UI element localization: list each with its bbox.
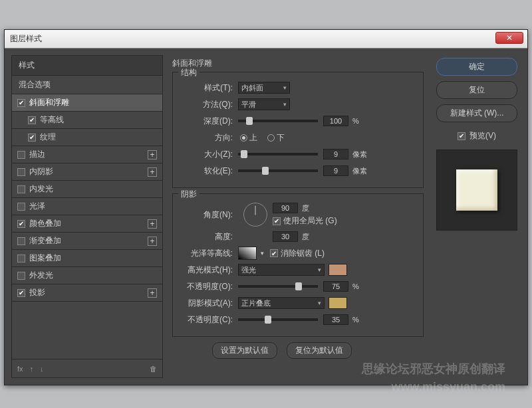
chevron-down-icon: ▾ bbox=[261, 250, 264, 256]
gloss-contour-picker[interactable]: ▾ bbox=[238, 247, 257, 260]
style-checkbox[interactable] bbox=[28, 134, 36, 142]
ok-button[interactable]: 确定 bbox=[436, 58, 517, 76]
style-item-0[interactable]: 斜面和浮雕 bbox=[12, 94, 162, 112]
depth-slider[interactable] bbox=[238, 120, 318, 122]
style-checkbox[interactable] bbox=[17, 237, 25, 245]
chevron-down-icon: ▾ bbox=[283, 84, 287, 91]
style-item-10[interactable]: 外发光 bbox=[12, 267, 162, 284]
style-item-label: 等高线 bbox=[40, 114, 64, 126]
blending-options[interactable]: 混合选项 bbox=[12, 76, 162, 94]
style-item-5[interactable]: 内发光 bbox=[12, 181, 162, 198]
angle-label: 角度(N): bbox=[180, 209, 233, 221]
layer-style-dialog: 图层样式 ✕ 样式 混合选项 斜面和浮雕等高线纹理描边+内阴影+内发光光泽颜色叠… bbox=[4, 29, 528, 385]
direction-up-radio[interactable] bbox=[240, 134, 247, 142]
style-item-label: 渐变叠加 bbox=[29, 235, 61, 247]
style-checkbox[interactable] bbox=[17, 289, 25, 297]
soften-input[interactable] bbox=[323, 165, 348, 176]
soften-slider[interactable] bbox=[238, 169, 318, 172]
add-effect-icon[interactable]: + bbox=[148, 167, 157, 177]
soften-label: 软化(E): bbox=[180, 165, 233, 177]
group-title: 斜面和浮雕 bbox=[172, 58, 424, 69]
style-list: 斜面和浮雕等高线纹理描边+内阴影+内发光光泽颜色叠加+渐变叠加+图案叠加外发光投… bbox=[12, 94, 162, 359]
depth-unit: % bbox=[352, 117, 359, 125]
size-input[interactable] bbox=[323, 149, 348, 159]
preview-checkbox[interactable] bbox=[458, 132, 466, 140]
highlight-mode-select[interactable]: 强光▾ bbox=[238, 264, 325, 276]
style-item-label: 图案叠加 bbox=[29, 253, 61, 264]
style-checkbox[interactable] bbox=[17, 203, 25, 211]
style-checkbox[interactable] bbox=[17, 272, 25, 280]
close-button[interactable]: ✕ bbox=[495, 32, 523, 44]
shadow-opacity-slider[interactable] bbox=[238, 318, 318, 321]
global-light-checkbox[interactable]: ✔ bbox=[273, 217, 281, 225]
direction-down-radio[interactable] bbox=[267, 134, 275, 142]
style-item-4[interactable]: 内阴影+ bbox=[12, 163, 162, 181]
preview-box bbox=[436, 150, 517, 231]
style-item-label: 颜色叠加 bbox=[29, 218, 61, 229]
angle-dial[interactable] bbox=[243, 203, 267, 227]
technique-select[interactable]: 平滑▾ bbox=[238, 98, 290, 110]
make-default-button[interactable]: 设置为默认值 bbox=[212, 342, 277, 359]
style-item-7[interactable]: 颜色叠加+ bbox=[12, 215, 162, 233]
fx-icon[interactable]: fx bbox=[17, 365, 23, 373]
style-item-label: 光泽 bbox=[29, 201, 45, 212]
style-item-8[interactable]: 渐变叠加+ bbox=[12, 233, 162, 250]
depth-input[interactable] bbox=[323, 116, 348, 126]
style-item-label: 内发光 bbox=[29, 183, 53, 195]
size-label: 大小(Z): bbox=[180, 149, 233, 160]
highlight-color-swatch[interactable] bbox=[329, 264, 347, 276]
dialog-title: 图层样式 bbox=[10, 33, 42, 45]
soften-unit: 像素 bbox=[352, 166, 367, 176]
structure-group: 结构 样式(T): 内斜面▾ 方法(Q): 平滑▾ 深度(D): % 方向: bbox=[172, 72, 424, 188]
add-effect-icon[interactable]: + bbox=[148, 150, 157, 159]
highlight-mode-label: 高光模式(H): bbox=[180, 264, 233, 276]
style-checkbox[interactable] bbox=[17, 168, 25, 176]
structure-legend: 结构 bbox=[178, 67, 200, 78]
highlight-opacity-input[interactable] bbox=[323, 281, 348, 292]
arrow-up-icon[interactable]: ↑ bbox=[30, 365, 34, 373]
chevron-down-icon: ▾ bbox=[318, 300, 321, 306]
style-item-2[interactable]: 纹理 bbox=[12, 129, 162, 146]
add-effect-icon[interactable]: + bbox=[148, 237, 157, 246]
antialias-checkbox[interactable]: ✔ bbox=[270, 249, 278, 257]
right-panel: 确定 复位 新建样式 (W)... 预览(V) bbox=[433, 55, 521, 378]
arrow-down-icon[interactable]: ↓ bbox=[40, 365, 44, 373]
styles-footer: fx ↑ ↓ 🗑 bbox=[12, 359, 162, 377]
style-select[interactable]: 内斜面▾ bbox=[238, 82, 290, 94]
style-checkbox[interactable] bbox=[17, 220, 25, 228]
angle-input[interactable] bbox=[273, 203, 298, 213]
direction-label: 方向: bbox=[180, 132, 233, 144]
shadow-opacity-input[interactable] bbox=[323, 314, 348, 325]
shadow-color-swatch[interactable] bbox=[329, 297, 347, 309]
style-item-1[interactable]: 等高线 bbox=[12, 112, 162, 129]
style-checkbox[interactable] bbox=[17, 255, 25, 262]
style-item-9[interactable]: 图案叠加 bbox=[12, 250, 162, 267]
add-effect-icon[interactable]: + bbox=[148, 288, 157, 298]
shading-legend: 阴影 bbox=[178, 189, 200, 200]
trash-icon[interactable]: 🗑 bbox=[150, 365, 157, 373]
style-item-3[interactable]: 描边+ bbox=[12, 146, 162, 163]
style-checkbox[interactable] bbox=[28, 116, 36, 124]
settings-panel: 斜面和浮雕 结构 样式(T): 内斜面▾ 方法(Q): 平滑▾ 深度(D): % bbox=[170, 55, 426, 378]
altitude-input[interactable] bbox=[273, 231, 298, 242]
shadow-mode-label: 阴影模式(A): bbox=[180, 298, 233, 309]
new-style-button[interactable]: 新建样式 (W)... bbox=[436, 104, 517, 122]
style-item-label: 纹理 bbox=[40, 132, 56, 143]
style-checkbox[interactable] bbox=[17, 151, 25, 159]
add-effect-icon[interactable]: + bbox=[148, 219, 157, 229]
size-slider[interactable] bbox=[238, 153, 318, 155]
titlebar[interactable]: 图层样式 ✕ bbox=[5, 30, 527, 49]
styles-panel: 样式 混合选项 斜面和浮雕等高线纹理描边+内阴影+内发光光泽颜色叠加+渐变叠加+… bbox=[11, 55, 163, 378]
style-checkbox[interactable] bbox=[17, 99, 25, 107]
size-unit: 像素 bbox=[352, 150, 367, 159]
style-item-label: 内阴影 bbox=[29, 166, 53, 177]
cancel-button[interactable]: 复位 bbox=[436, 81, 517, 99]
shadow-mode-select[interactable]: 正片叠底▾ bbox=[238, 297, 325, 309]
chevron-down-icon: ▾ bbox=[318, 266, 321, 273]
reset-default-button[interactable]: 复位为默认值 bbox=[287, 342, 352, 359]
style-checkbox[interactable] bbox=[17, 185, 25, 193]
highlight-opacity-slider[interactable] bbox=[238, 285, 318, 288]
style-item-6[interactable]: 光泽 bbox=[12, 198, 162, 215]
style-item-11[interactable]: 投影+ bbox=[12, 284, 162, 302]
preview-label: 预览(V) bbox=[469, 130, 496, 142]
